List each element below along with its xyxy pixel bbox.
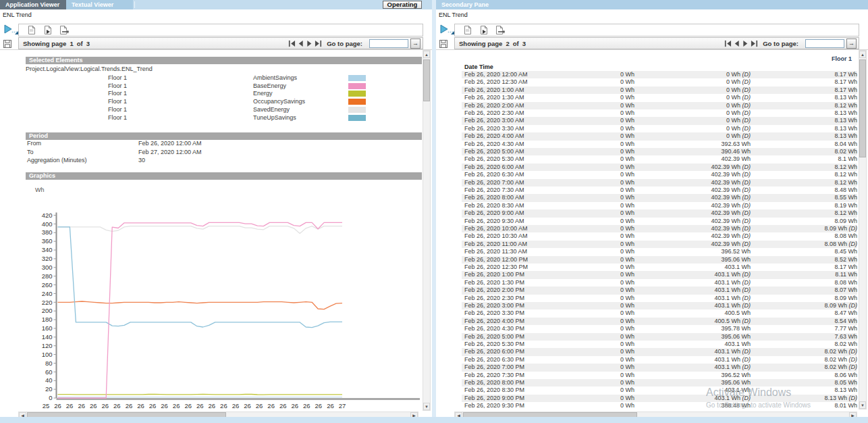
y-tick-label: 260 — [42, 281, 53, 289]
goto-page-input[interactable] — [805, 39, 844, 48]
run-report-icon[interactable] — [42, 25, 53, 36]
scroll-left-icon[interactable]: ◀ — [455, 412, 462, 417]
table-row: Feb 26, 2020 4:00 PM0 Wh400.5 Wh (D)8.54… — [462, 318, 857, 325]
scroll-down-icon[interactable]: ▼ — [859, 401, 866, 409]
export-report-icon[interactable] — [58, 25, 69, 36]
run-play-icon[interactable] — [439, 24, 456, 35]
table-cell: 8.47 Wh — [756, 309, 857, 317]
table-cell: 0 Wh — [551, 132, 634, 140]
right-content-divider — [436, 49, 868, 50]
graphics-header: Graphics — [26, 172, 422, 180]
scroll-right-icon[interactable]: ▶ — [410, 412, 418, 417]
table-cell: Feb 26, 2020 9:30 AM — [464, 218, 524, 225]
goto-page-go-button[interactable]: → — [846, 39, 857, 49]
next-page-button[interactable] — [305, 39, 314, 47]
scroll-right-icon[interactable]: ▶ — [849, 412, 857, 417]
left-toolbar — [18, 24, 423, 36]
table-cell: 403.1 Wh — [659, 264, 751, 271]
table-row: Feb 26, 2020 5:30 PM0 Wh403.1 Wh8.02 Wh — [462, 341, 857, 348]
run-report-icon[interactable] — [478, 25, 489, 36]
table-row: Feb 26, 2020 8:30 PM0 Wh403.1 Wh8.13 Wh — [462, 387, 857, 394]
scroll-left-icon[interactable]: ◀ — [19, 412, 26, 417]
table-cell: Feb 26, 2020 3:00 AM — [464, 117, 524, 124]
table-cell: 8.54 Wh — [756, 318, 857, 325]
table-cell: Feb 26, 2020 4:30 PM — [464, 325, 524, 332]
last-page-button[interactable] — [750, 39, 759, 47]
table-cell: 392.63 Wh — [659, 141, 751, 148]
table-cell: Feb 26, 2020 2:30 PM — [464, 295, 524, 302]
tab-application-viewer[interactable]: Application Viewer — [0, 0, 66, 9]
element-color-swatch — [348, 99, 366, 105]
right-vertical-scrollbar[interactable]: ▲ ▼ — [859, 50, 867, 409]
scroll-up-icon[interactable]: ▲ — [423, 51, 430, 58]
table-cell: 8.08 Wh — [756, 279, 857, 287]
table-row: Feb 26, 2020 9:00 AM0 Wh402.39 Wh (D)8.1… — [462, 209, 857, 217]
table-cell: Feb 26, 2020 12:30 AM — [464, 78, 528, 86]
first-page-button[interactable] — [288, 39, 296, 47]
run-play-icon[interactable] — [3, 24, 20, 35]
left-horizontal-scrollbar[interactable]: ◀ ▶ — [18, 412, 418, 417]
y-tick-label: 280 — [42, 272, 53, 280]
y-tick-label: 180 — [42, 316, 53, 323]
table-cell: 403.1 Wh (D) — [659, 271, 751, 278]
table-row: Feb 26, 2020 12:00 AM0 Wh0 Wh (D)8.17 Wh — [462, 71, 857, 78]
table-cell: 402.39 Wh (D) — [659, 225, 751, 232]
save-icon[interactable] — [439, 39, 447, 47]
report-document-icon[interactable] — [462, 25, 472, 36]
table-cell: Feb 26, 2020 11:00 AM — [464, 241, 527, 248]
goto-page-input[interactable] — [369, 39, 408, 48]
right-vertical-scroll-thumb[interactable] — [859, 59, 866, 157]
table-cell: Feb 26, 2020 12:00 AM — [464, 71, 528, 78]
table-cell: 8.04 Wh — [756, 141, 857, 148]
table-row: Feb 26, 2020 8:00 AM0 Wh402.39 Wh (D)8.5… — [462, 194, 857, 201]
y-tick-label: 320 — [42, 255, 53, 262]
table-cell: 0 Wh — [551, 186, 634, 194]
table-cell: 8.02 Wh (D) — [756, 348, 857, 355]
table-cell: 0 Wh — [551, 102, 634, 109]
x-tick-label: 26 — [327, 402, 334, 409]
secondary-pane-header[interactable]: Secondary Pane — [436, 0, 868, 9]
table-cell: 7.63 Wh — [756, 333, 857, 341]
table-row: Feb 26, 2020 7:30 AM0 Wh402.39 Wh (D)8.4… — [462, 186, 857, 194]
table-cell: 0 Wh — [551, 194, 634, 201]
element-color-swatch — [348, 91, 366, 97]
left-horizontal-scroll-thumb[interactable] — [27, 412, 226, 417]
scroll-up-icon[interactable]: ▲ — [859, 51, 866, 58]
table-cell: 403.1 Wh — [659, 341, 751, 348]
previous-page-button[interactable] — [732, 39, 741, 47]
last-page-button[interactable] — [314, 39, 323, 47]
table-cell: 8.17 Wh — [756, 78, 857, 86]
goto-page-go-button[interactable]: → — [410, 39, 421, 49]
table-row: Feb 26, 2020 1:00 PM0 Wh403.1 Wh (D)8.11… — [462, 271, 857, 278]
application-window: Application Viewer Textual Viewer Operat… — [0, 0, 868, 423]
next-page-button[interactable] — [741, 39, 750, 47]
table-cell: 8.09 Wh — [756, 218, 857, 225]
x-tick-label: 26 — [291, 402, 298, 409]
tab-textual-viewer[interactable]: Textual Viewer — [66, 0, 133, 9]
x-tick-label: 26 — [54, 402, 61, 409]
table-cell: 0 Wh (D) — [659, 78, 751, 86]
report-document-icon[interactable] — [26, 25, 36, 36]
table-cell: 8.12 Wh — [756, 179, 857, 186]
scroll-down-icon[interactable]: ▼ — [423, 403, 430, 410]
first-page-button[interactable] — [724, 39, 732, 47]
table-cell: Feb 26, 2020 4:00 AM — [464, 132, 524, 140]
y-tick-label: 140 — [42, 333, 53, 341]
left-vertical-scroll-thumb[interactable] — [423, 59, 430, 101]
operating-button[interactable]: Operating — [383, 1, 422, 9]
y-tick-label: 200 — [42, 307, 53, 314]
table-row: Feb 26, 2020 1:00 AM0 Wh0 Wh (D)8.17 Wh — [462, 86, 857, 94]
table-row: Feb 26, 2020 12:00 PM0 Wh395.06 Wh8.52 W… — [462, 256, 857, 264]
table-row: Feb 26, 2020 10:30 AM0 Wh402.39 Wh (D)8.… — [462, 232, 857, 240]
right-horizontal-scrollbar[interactable]: ◀ ▶ — [454, 412, 857, 417]
table-cell: Feb 26, 2020 8:00 AM — [464, 194, 524, 201]
save-icon[interactable] — [3, 39, 11, 47]
left-vertical-scrollbar[interactable]: ▲ ▼ — [423, 50, 431, 411]
right-horizontal-scroll-thumb[interactable] — [463, 412, 637, 417]
previous-page-button[interactable] — [296, 39, 305, 47]
export-report-icon[interactable] — [494, 25, 505, 36]
table-cell: Feb 26, 2020 9:00 PM — [464, 395, 524, 402]
table-row: Feb 26, 2020 6:30 PM0 Wh403.1 Wh (D)8.02… — [462, 356, 857, 364]
table-cell: 8.09 Wh (D) — [756, 302, 857, 309]
table-cell: 8.12 Wh — [756, 171, 857, 178]
